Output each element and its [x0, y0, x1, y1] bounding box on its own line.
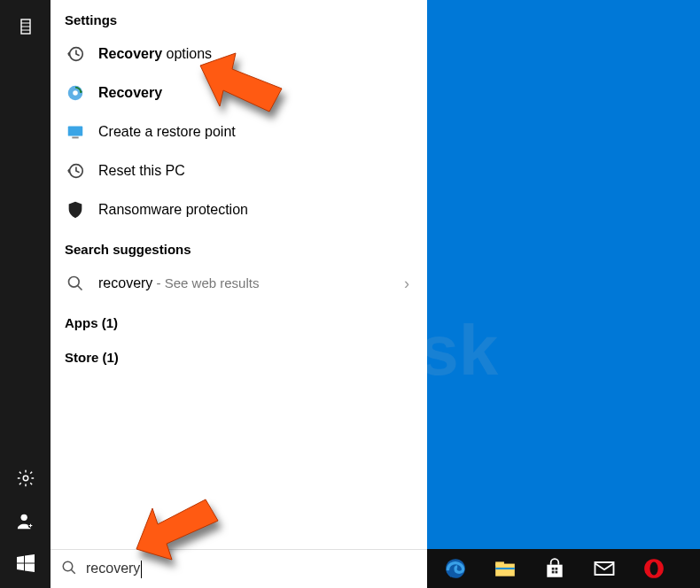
- menu-icon[interactable]: [4, 5, 47, 48]
- windows-start-icon[interactable]: [4, 542, 47, 584]
- search-results-panel: Settings Recovery options Recovery Creat…: [51, 0, 427, 588]
- shield-icon: [65, 199, 86, 220]
- svg-rect-22: [552, 568, 555, 570]
- taskbar-mail[interactable]: [581, 549, 627, 588]
- taskbar-store[interactable]: [532, 549, 578, 588]
- result-label: Recovery: [98, 85, 162, 101]
- svg-rect-10: [68, 127, 83, 136]
- result-recovery-options[interactable]: Recovery options: [51, 35, 427, 74]
- svg-line-16: [71, 569, 75, 574]
- result-web-search[interactable]: recovery - See web results ›: [51, 264, 427, 303]
- section-header-suggestions: Search suggestions: [51, 229, 427, 264]
- search-input[interactable]: recovery: [86, 561, 142, 578]
- cortana-sidebar: [0, 0, 51, 588]
- svg-rect-26: [595, 562, 614, 575]
- result-reset-pc[interactable]: Reset this PC: [51, 151, 427, 190]
- result-restore-point[interactable]: Create a restore point: [51, 112, 427, 151]
- result-label: Recovery options: [98, 46, 212, 62]
- svg-rect-19: [495, 561, 504, 565]
- search-icon: [65, 273, 86, 294]
- svg-line-14: [78, 286, 82, 290]
- svg-rect-24: [552, 571, 555, 574]
- svg-rect-21: [547, 565, 562, 577]
- svg-rect-20: [495, 568, 515, 569]
- monitor-icon: [65, 121, 86, 143]
- svg-point-5: [20, 514, 27, 521]
- svg-point-4: [23, 476, 28, 481]
- svg-point-15: [63, 561, 73, 571]
- search-bar[interactable]: recovery: [51, 549, 427, 588]
- svg-point-13: [69, 277, 80, 288]
- section-header-store[interactable]: Store (1): [51, 337, 427, 372]
- svg-point-9: [73, 90, 78, 96]
- svg-point-28: [649, 561, 657, 575]
- section-header-apps[interactable]: Apps (1): [51, 303, 427, 337]
- result-label: Create a restore point: [98, 124, 236, 140]
- person-icon[interactable]: [4, 499, 47, 542]
- result-label: recovery - See web results: [98, 275, 259, 291]
- svg-rect-23: [556, 568, 558, 570]
- history-icon: [65, 160, 86, 182]
- history-icon: [65, 43, 86, 65]
- taskbar: [427, 549, 700, 588]
- section-header-settings: Settings: [51, 0, 427, 35]
- recovery-disk-icon: [65, 82, 86, 104]
- result-label: Ransomware protection: [98, 202, 248, 218]
- search-icon: [61, 560, 77, 579]
- result-ransomware[interactable]: Ransomware protection: [51, 190, 427, 229]
- taskbar-file-explorer[interactable]: [482, 549, 528, 588]
- result-label: Reset this PC: [98, 163, 185, 179]
- taskbar-opera[interactable]: [631, 549, 677, 588]
- gear-icon[interactable]: [4, 457, 47, 499]
- svg-rect-11: [72, 137, 78, 139]
- taskbar-edge[interactable]: [432, 549, 478, 588]
- result-recovery[interactable]: Recovery: [51, 74, 427, 112]
- chevron-right-icon: ›: [404, 275, 413, 293]
- svg-rect-25: [556, 571, 558, 574]
